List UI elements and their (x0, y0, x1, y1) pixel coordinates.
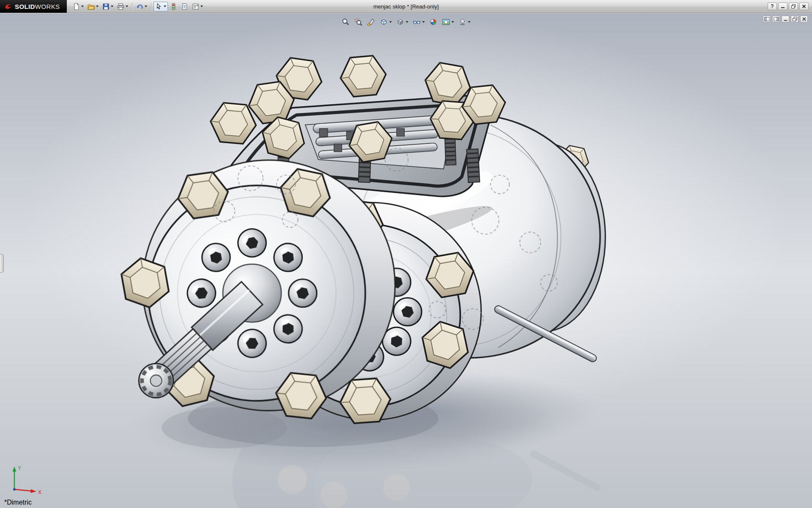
restore-button[interactable] (789, 3, 798, 10)
triad-x-label: X (38, 489, 41, 495)
display-style-icon (396, 18, 405, 26)
print-icon (117, 3, 124, 10)
print-button[interactable] (115, 2, 130, 11)
minimize-button[interactable] (778, 3, 787, 10)
zoom-to-area-button[interactable] (353, 17, 364, 27)
hide-show-items-icon (413, 18, 421, 26)
pane-right-icon (774, 17, 779, 22)
file-properties-icon (181, 3, 188, 10)
dropdown-caret[interactable] (126, 6, 128, 7)
view-settings-icon (458, 18, 467, 26)
dropdown-caret[interactable] (406, 21, 409, 23)
rebuild-button[interactable] (168, 2, 179, 11)
display-style-button[interactable] (395, 17, 410, 27)
select-arrow-icon (155, 3, 162, 10)
toolbar-separator (151, 3, 151, 10)
pane-right-button[interactable] (772, 16, 780, 22)
select-button[interactable] (154, 2, 168, 11)
dropdown-caret[interactable] (200, 6, 203, 7)
new-document-button[interactable] (71, 2, 85, 11)
toolbar-separator (132, 3, 132, 10)
options-icon (192, 3, 199, 10)
document-minimize-icon (783, 17, 788, 22)
save-button[interactable] (101, 2, 115, 11)
dropdown-caret[interactable] (111, 6, 113, 7)
document-minimize-button[interactable] (782, 16, 789, 22)
hide-show-items-button[interactable] (411, 17, 426, 27)
restore-icon (791, 4, 796, 9)
dropdown-caret[interactable] (164, 6, 166, 7)
window-controls: ? (768, 3, 812, 10)
section-view-button[interactable] (366, 17, 377, 27)
dropdown-caret[interactable] (422, 21, 425, 23)
open-button[interactable] (86, 2, 100, 11)
close-button[interactable] (799, 3, 809, 10)
document-restore-button[interactable] (791, 16, 798, 22)
open-folder-icon (88, 3, 95, 10)
task-pane-handle[interactable] (0, 254, 4, 273)
brand-bold: SOLID (15, 3, 35, 10)
view-orientation-icon (380, 18, 388, 26)
dropdown-caret[interactable] (96, 6, 99, 7)
document-close-icon (801, 17, 807, 22)
close-icon (801, 4, 807, 9)
undo-icon (136, 3, 143, 10)
brand-light: WORKS (35, 3, 60, 10)
dassault-3ds-icon (4, 3, 12, 10)
view-orientation-button[interactable] (379, 17, 393, 27)
view-orientation-label: *Dimetric (4, 499, 32, 506)
help-icon: ? (771, 3, 774, 9)
zoom-to-fit-icon (342, 18, 350, 26)
gearbox-3d-model[interactable] (0, 14, 812, 508)
section-view-icon (367, 18, 376, 26)
heads-up-view-toolbar (340, 17, 472, 27)
file-properties-button[interactable] (179, 2, 190, 11)
zoom-to-fit-button[interactable] (340, 17, 351, 27)
dropdown-caret[interactable] (468, 21, 471, 23)
pane-left-button[interactable] (763, 16, 771, 22)
pane-left-icon (764, 17, 770, 22)
title-bar: SOLIDWORKS (0, 0, 812, 13)
new-document-icon (73, 3, 80, 10)
edit-appearance-icon (429, 18, 438, 26)
rebuild-stoplight-icon (170, 3, 177, 10)
help-button[interactable]: ? (768, 3, 777, 10)
dropdown-caret[interactable] (145, 6, 147, 7)
document-restore-icon (792, 17, 798, 22)
save-icon (102, 3, 110, 10)
view-settings-button[interactable] (457, 17, 472, 27)
edit-appearance-button[interactable] (428, 17, 439, 27)
document-window-controls (763, 16, 808, 22)
graphics-viewport[interactable]: Y X *Dimetric (0, 14, 812, 508)
document-close-button[interactable] (800, 16, 808, 22)
reference-triad: Y X (6, 462, 45, 497)
brand-text: SOLIDWORKS (15, 3, 60, 10)
standard-toolbar (71, 2, 205, 11)
dropdown-caret[interactable] (81, 6, 84, 7)
dropdown-caret[interactable] (452, 21, 454, 23)
minimize-icon (780, 4, 785, 9)
options-button[interactable] (190, 2, 205, 11)
apply-scene-button[interactable] (441, 17, 455, 27)
dropdown-caret[interactable] (390, 21, 392, 23)
triad-y-label: Y (18, 465, 21, 471)
solidworks-logo: SOLIDWORKS (0, 0, 67, 13)
apply-scene-icon (442, 18, 450, 26)
undo-button[interactable] (134, 2, 149, 11)
zoom-to-area-icon (354, 18, 363, 26)
